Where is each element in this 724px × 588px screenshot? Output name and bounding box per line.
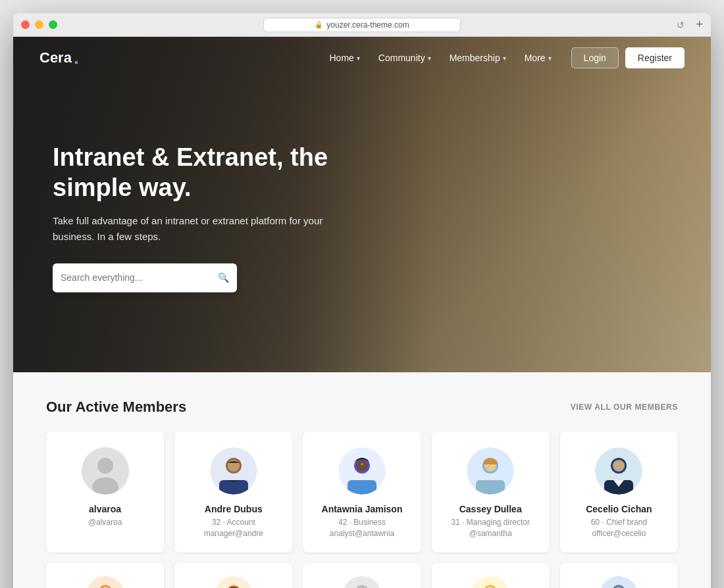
login-button[interactable]: Login xyxy=(571,47,619,68)
svg-rect-9 xyxy=(348,480,376,495)
member-meta: 32 · Account manager@andre xyxy=(185,517,282,539)
member-meta: 31 · Managing director @samantha xyxy=(442,517,539,539)
member-card[interactable]: Cecelio Cichan 60 · Chief brand officer@… xyxy=(560,431,678,552)
avatar xyxy=(595,447,642,495)
hero-title: Intranet & Extranet, the simple way. xyxy=(53,143,329,203)
chevron-down-icon: ▾ xyxy=(428,55,431,62)
members-section: Our Active Members VIEW ALL OUR MEMBERS … xyxy=(13,372,711,588)
svg-point-11 xyxy=(361,463,363,466)
female-light-avatar-icon xyxy=(467,447,514,495)
url-bar[interactable]: 🔒 youzer.cera-theme.com xyxy=(263,18,461,32)
members-grid-bottom xyxy=(46,563,678,588)
close-button[interactable] xyxy=(21,20,30,29)
nav-home[interactable]: Home ▾ xyxy=(323,49,367,67)
male-suit-avatar-icon xyxy=(595,447,642,495)
member-card[interactable]: Cassey Dullea 31 · Managing director @sa… xyxy=(432,431,550,552)
member-username: alvaroa xyxy=(57,504,153,514)
svg-point-19 xyxy=(613,460,625,472)
member-name: Cecelio Cichan xyxy=(571,504,667,514)
nav-membership-label: Membership xyxy=(450,53,500,63)
nav-more[interactable]: More ▾ xyxy=(518,49,558,67)
chevron-down-icon: ▾ xyxy=(548,55,552,62)
avatar xyxy=(82,447,129,495)
male-avatar-icon xyxy=(210,447,257,495)
member-card[interactable]: Antawnia Jamison 42 · Business analyst@a… xyxy=(303,431,421,552)
nav-community-label: Community xyxy=(378,53,425,63)
svg-rect-14 xyxy=(476,480,505,495)
navbar: Cera . Home ▾ Community ▾ Membership ▾ xyxy=(13,37,711,79)
site-content: Cera . Home ▾ Community ▾ Membership ▾ xyxy=(13,37,711,588)
nav-more-label: More xyxy=(525,53,546,63)
logo-text: Cera xyxy=(39,49,72,66)
nav-menu: Home ▾ Community ▾ Membership ▾ More ▾ xyxy=(323,49,558,67)
member-card-partial[interactable] xyxy=(174,563,292,588)
member-card[interactable]: Andre Dubus 32 · Account manager@andre xyxy=(174,431,292,552)
member-card-partial[interactable] xyxy=(560,563,678,588)
gray-avatar-icon xyxy=(342,576,382,588)
search-icon[interactable]: 🔍 xyxy=(218,273,229,283)
members-title: Our Active Members xyxy=(46,399,186,416)
minimize-button[interactable] xyxy=(35,20,43,29)
mac-window: 🔒 youzer.cera-theme.com ↺ + Cera . Home … xyxy=(13,13,711,588)
register-button[interactable]: Register xyxy=(625,47,685,68)
blue-male-avatar-icon xyxy=(599,576,638,588)
search-bar[interactable]: 🔍 xyxy=(53,264,237,293)
avatar xyxy=(338,447,386,495)
hero-section: Cera . Home ▾ Community ▾ Membership ▾ xyxy=(13,37,711,372)
default-avatar-icon xyxy=(82,447,129,495)
member-handle: @alvaroa xyxy=(57,517,153,528)
nav-membership[interactable]: Membership ▾ xyxy=(443,49,513,67)
view-all-members-link[interactable]: VIEW ALL OUR MEMBERS xyxy=(571,403,678,412)
svg-rect-5 xyxy=(219,480,248,495)
nav-home-label: Home xyxy=(330,53,354,63)
maximize-button[interactable] xyxy=(49,20,57,29)
nav-actions: Login Register xyxy=(571,47,685,68)
yellow-female-avatar-icon xyxy=(471,576,510,588)
member-meta: 42 · Business analyst@antawnia xyxy=(313,517,410,539)
member-meta: 60 · Chief brand officer@cecelio xyxy=(571,517,667,539)
members-header: Our Active Members VIEW ALL OUR MEMBERS xyxy=(46,399,678,416)
chevron-down-icon: ▾ xyxy=(357,55,360,62)
refresh-icon[interactable]: ↺ xyxy=(677,20,685,30)
chevron-down-icon: ▾ xyxy=(503,55,506,62)
member-card-partial[interactable] xyxy=(303,563,421,588)
hero-content: Intranet & Extranet, the simple way. Tak… xyxy=(53,143,329,292)
titlebar: 🔒 youzer.cera-theme.com ↺ + xyxy=(13,13,711,37)
member-name: Cassey Dullea xyxy=(442,504,539,514)
url-text: youzer.cera-theme.com xyxy=(326,20,409,30)
svg-point-1 xyxy=(97,458,113,474)
lock-icon: 🔒 xyxy=(315,21,323,28)
site-logo[interactable]: Cera . xyxy=(39,49,79,67)
member-card-partial[interactable] xyxy=(46,563,164,588)
new-tab-icon[interactable]: + xyxy=(696,18,703,32)
member-name: Antawnia Jamison xyxy=(313,504,410,514)
logo-dot: . xyxy=(74,49,79,67)
member-name: Andre Dubus xyxy=(185,504,282,514)
window-controls xyxy=(21,20,57,29)
orange-female-avatar-icon xyxy=(86,576,125,588)
members-grid: alvaroa @alvaroa xyxy=(46,431,678,552)
orange-male-avatar-icon xyxy=(214,576,253,588)
avatar xyxy=(467,447,514,495)
nav-community[interactable]: Community ▾ xyxy=(372,49,438,67)
member-card-partial[interactable] xyxy=(432,563,550,588)
member-card[interactable]: alvaroa @alvaroa xyxy=(46,431,164,552)
search-input[interactable] xyxy=(61,273,218,283)
hero-subtitle: Take full advantage of an intranet or ex… xyxy=(53,214,329,245)
avatar xyxy=(210,447,257,495)
female-dark-avatar-icon xyxy=(338,447,386,495)
